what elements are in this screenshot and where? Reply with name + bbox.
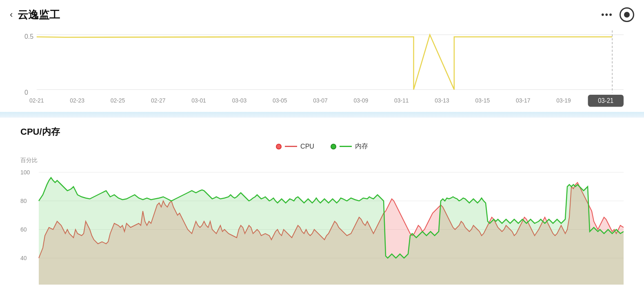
cpu-chart-area: 百分比 100 80 60 40 <box>20 154 624 293</box>
top-chart: 0.5 0 02-21 02-23 02-25 02-27 03-01 03-0… <box>0 26 644 112</box>
header-right: ••• <box>601 7 634 22</box>
svg-text:40: 40 <box>20 255 27 261</box>
legend-cpu: CPU <box>276 142 314 151</box>
svg-text:百分比: 百分比 <box>20 157 38 163</box>
svg-text:02-21: 02-21 <box>29 97 44 104</box>
back-button[interactable]: ‹ <box>10 10 13 19</box>
divider-bar <box>0 112 644 118</box>
svg-text:03-19: 03-19 <box>556 97 571 104</box>
svg-text:03-05: 03-05 <box>273 97 287 104</box>
mem-dot-icon <box>331 144 336 149</box>
legend: CPU 内存 <box>20 142 624 151</box>
cpu-line-icon <box>285 146 297 147</box>
svg-text:03-03: 03-03 <box>232 97 247 104</box>
section-title: CPU/内存 <box>20 126 624 138</box>
cpu-chart-svg: 百分比 100 80 60 40 <box>20 154 624 293</box>
legend-mem: 内存 <box>331 142 368 151</box>
y-label-05: 0.5 <box>24 33 33 40</box>
cpu-label: CPU <box>300 143 314 150</box>
record-button[interactable] <box>620 7 634 22</box>
svg-text:03-15: 03-15 <box>475 97 490 104</box>
svg-text:03-09: 03-09 <box>354 97 369 104</box>
svg-text:02-27: 02-27 <box>151 97 166 104</box>
top-chart-svg: 0.5 0 02-21 02-23 02-25 02-27 03-01 03-0… <box>24 26 624 112</box>
mem-line-icon <box>340 146 352 147</box>
mem-label: 内存 <box>355 142 368 151</box>
cpu-dot-icon <box>276 144 282 149</box>
svg-text:100: 100 <box>20 169 30 176</box>
more-button[interactable]: ••• <box>601 9 613 20</box>
y-label-0: 0 <box>24 89 28 96</box>
svg-text:02-25: 02-25 <box>111 97 125 104</box>
svg-text:03-17: 03-17 <box>516 97 531 104</box>
svg-text:03-13: 03-13 <box>435 97 449 104</box>
svg-text:80: 80 <box>20 198 27 204</box>
header-left: ‹ 云逸监工 <box>10 8 60 22</box>
svg-text:02-23: 02-23 <box>70 97 84 104</box>
svg-text:03-11: 03-11 <box>394 97 409 104</box>
page-title: 云逸监工 <box>18 8 60 22</box>
cpu-section: CPU/内存 CPU 内存 百分比 100 80 60 40 <box>0 118 644 293</box>
record-icon <box>624 12 630 18</box>
header: ‹ 云逸监工 ••• <box>0 0 644 26</box>
svg-text:60: 60 <box>20 226 27 233</box>
svg-text:03-21: 03-21 <box>598 97 613 104</box>
svg-text:03-07: 03-07 <box>313 97 328 104</box>
svg-text:03-01: 03-01 <box>191 97 206 104</box>
